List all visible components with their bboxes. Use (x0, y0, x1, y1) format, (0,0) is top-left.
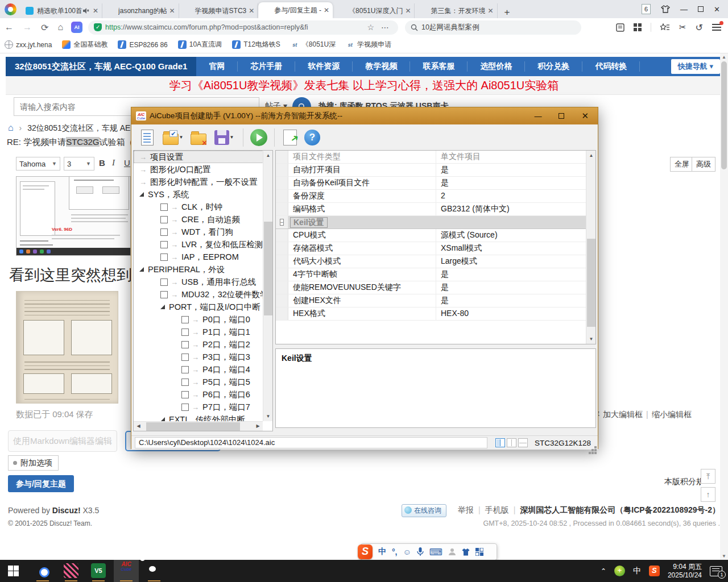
browser-tab[interactable]: jasonzhang的帖 ✕ (102, 3, 179, 18)
dialog-close-button[interactable]: ✕ (581, 111, 589, 121)
property-row[interactable]: 创建HEX文件 是 (276, 294, 586, 307)
scrollbar-left-arrow[interactable]: ◀ (134, 422, 143, 431)
bookmark-item[interactable]: st 《8051U深 (291, 40, 336, 49)
underline-button[interactable]: U (124, 158, 130, 168)
tree-item[interactable]: EXTI，传统外部中断 (134, 413, 263, 422)
module-checkbox[interactable] (181, 329, 189, 336)
book-page-photo[interactable] (16, 291, 118, 404)
scroll-up-button[interactable]: ↑ (701, 487, 715, 502)
tree-item[interactable]: → MDU32，32位硬件数学运算器 (134, 288, 263, 301)
secure-shield-icon[interactable]: ✓ (94, 23, 102, 31)
forum-nav-item[interactable]: 联系客服 (410, 61, 468, 72)
property-value[interactable]: 2 (436, 190, 586, 202)
tree-vertical-scrollbar[interactable]: ▲ ▼ (263, 151, 272, 421)
bookmark-star-icon[interactable]: ☆ (367, 23, 375, 32)
scrollbar-thumb[interactable] (721, 61, 727, 169)
project-path-field[interactable]: C:\Users\cyl\Desktop\1024\1024\1024.aic (135, 437, 487, 448)
property-value[interactable]: 单文件项目 (436, 151, 586, 163)
enlarge-editor-link[interactable]: 加大编辑框 (603, 410, 643, 420)
forum-nav-item[interactable]: 教学视频 (353, 61, 410, 72)
tray-expand-icon[interactable]: ⌃ (601, 567, 606, 575)
sogou-logo-icon[interactable]: S (358, 544, 373, 559)
dialog-title-bar[interactable]: AICCube AiCube项目创建助手 (V1.00Y) --前海方舟智能开发… (131, 107, 598, 124)
bookmark-item[interactable]: 10A直流调 (178, 40, 222, 49)
browser-tab[interactable]: 参与/回复主题 - ✕ (258, 2, 333, 18)
browser-tab[interactable]: 学视频申请STC3 ✕ (179, 3, 259, 18)
tree-item[interactable]: → IAP，EEPROM (134, 251, 263, 263)
generate-run-button[interactable] (250, 128, 268, 147)
italic-button[interactable]: I (112, 158, 115, 168)
window-minimize-button[interactable]: — (680, 5, 688, 14)
url-field[interactable]: ✓ https ://www.stcaimcu.com/forum.php?mo… (88, 20, 398, 35)
scrollbar-thumb[interactable] (146, 422, 240, 431)
taskbar-keil-icon[interactable]: V5 (91, 563, 106, 578)
tree-item[interactable]: → LVR，复位和低压检测 (134, 238, 263, 251)
reload-icon[interactable]: ⟳ (41, 22, 48, 33)
tree-item[interactable]: PORT，端口及I/O口中断 (134, 301, 263, 313)
dialog-maximize-button[interactable] (559, 113, 564, 119)
expander-icon[interactable] (160, 305, 165, 309)
property-value[interactable]: 是 (436, 164, 586, 176)
property-row[interactable]: 备份深度 2 (276, 190, 586, 203)
property-value[interactable]: 是 (436, 281, 586, 294)
ime-skin-icon[interactable] (462, 548, 470, 556)
advanced-mode-button[interactable]: 高级 (692, 157, 715, 172)
property-row[interactable]: 自动备份Keil项目文件 是 (276, 177, 586, 190)
tree-item[interactable]: → USB，通用串行总线 (134, 276, 263, 288)
ime-toolbox-icon[interactable] (475, 548, 483, 556)
forum-nav-item[interactable]: 芯片手册 (238, 61, 295, 72)
module-checkbox[interactable] (181, 379, 189, 386)
submit-reply-button[interactable]: 参与/回复主题 (8, 475, 74, 492)
company-icp-link[interactable]: 深圳国芯人工智能有限公司（粤ICP备2022108929号-2） (520, 505, 720, 514)
scrollbar-down-arrow[interactable]: ▼ (720, 554, 728, 559)
layout-left-pane-toggle[interactable] (495, 438, 505, 447)
property-group-row[interactable]: − Keil设置 (276, 216, 586, 229)
tree-item[interactable]: PERIPHERAL，外设 (134, 263, 263, 276)
collapse-minus-icon[interactable]: − (280, 219, 284, 226)
property-value[interactable]: 是 (436, 294, 586, 307)
property-row[interactable]: 项目文件类型 单文件项目 (276, 151, 586, 164)
tree-item[interactable]: → P4口，端口4 (134, 363, 263, 376)
close-project-button[interactable] (189, 128, 208, 147)
property-row[interactable]: 4字节中断帧 是 (276, 268, 586, 281)
module-checkbox[interactable] (181, 316, 189, 323)
module-checkbox[interactable] (160, 228, 168, 236)
back-icon[interactable]: ← (5, 22, 14, 32)
property-row[interactable]: 编码格式 GB2312 (简体中文) (276, 203, 586, 216)
taskbar-clock[interactable]: 9:04 周五 2025/10/24 (668, 563, 702, 580)
apps-grid-icon[interactable] (634, 23, 642, 31)
tab-close-icon[interactable]: ✕ (487, 7, 493, 15)
export-code-button[interactable] (281, 128, 299, 147)
property-value[interactable]: GB2312 (简体中文) (436, 203, 586, 215)
tray-sogou-icon[interactable]: S (649, 566, 660, 576)
ime-mode-toggle[interactable]: 中 (378, 547, 386, 557)
browser-search-field[interactable] (405, 20, 581, 35)
window-close-button[interactable]: ✕ (714, 5, 720, 14)
taskbar-stcisp-icon[interactable] (64, 563, 78, 578)
bold-button[interactable]: B (99, 158, 105, 168)
forum-nav-item[interactable]: 软件资源 (295, 61, 353, 72)
resize-grip[interactable] (594, 446, 597, 448)
ime-keyboard-icon[interactable]: ⌨ (429, 547, 442, 558)
layout-vertical-toggle[interactable] (507, 438, 516, 447)
module-checkbox[interactable] (160, 241, 168, 248)
screenshot-scissors-icon[interactable]: ✂ (679, 22, 686, 32)
module-checkbox[interactable] (181, 366, 189, 373)
grid-vertical-scrollbar[interactable]: ▲ ▼ (586, 151, 595, 344)
tree-item[interactable]: → 图形化I/O口配置 (134, 163, 263, 176)
module-checkbox[interactable] (160, 291, 168, 298)
tree-item[interactable]: SYS，系统 (134, 188, 263, 201)
tray-safety-icon[interactable]: + (614, 566, 625, 576)
property-value[interactable]: HEX-80 (436, 307, 586, 320)
home-icon[interactable]: ⌂ (8, 123, 14, 132)
theme-shirt-icon[interactable] (661, 5, 670, 13)
save-project-button[interactable]: ▼ (212, 128, 237, 147)
ime-emoji-icon[interactable]: ☺ (403, 547, 411, 556)
property-row[interactable]: HEX格式 HEX-80 (276, 307, 586, 321)
dropdown-caret-icon[interactable]: ▼ (179, 135, 184, 140)
search-input[interactable] (421, 23, 576, 31)
scrollbar-thumb[interactable] (264, 222, 272, 315)
dropdown-caret-icon[interactable]: ▼ (230, 135, 234, 140)
scrollbar-down-arrow[interactable]: ▼ (586, 334, 596, 344)
forum-nav-item[interactable]: 选型价格 (468, 61, 525, 72)
